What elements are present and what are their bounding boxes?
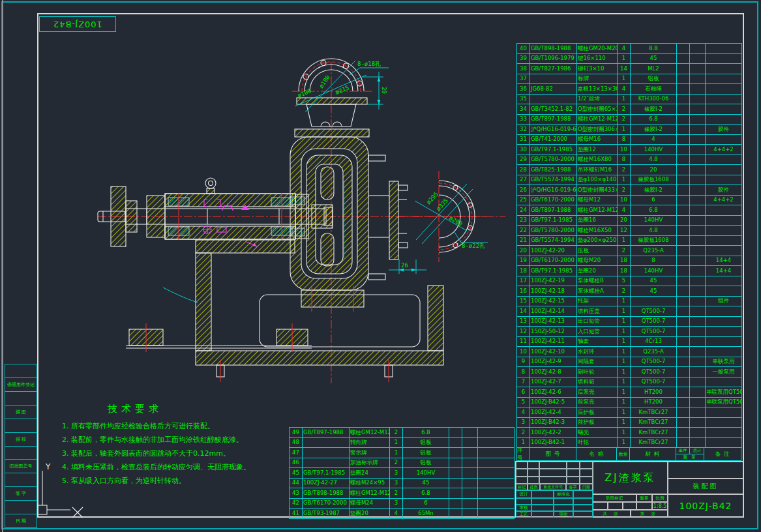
table-row: 23GB/T97.1-1985垫圈1620140HV xyxy=(517,215,742,226)
sheet-info: 共 张 第 张 xyxy=(593,510,668,518)
table-row: 4100ZJ-42-4后护板1KmTBCr27 xyxy=(517,407,742,418)
revision-header-cell: 更改文件号 xyxy=(540,484,566,490)
table-row: 13100ZJ-42-13出口短管1QT500-7 xyxy=(517,316,742,327)
role-process: 工艺 xyxy=(516,511,531,518)
role-approve: 审图 xyxy=(554,511,573,518)
table-row: 20100ZJ-42-20压板2Q235-A xyxy=(517,246,742,256)
role-check: 审核 xyxy=(516,505,531,511)
weight-label: 重量 xyxy=(636,494,652,502)
product-name: ZJ渣浆泵 xyxy=(593,462,668,494)
technical-requirement-item: 1. 所有零部件均应经检验合格后方可进行装配。 xyxy=(62,419,277,433)
header-weight-total: 总计 xyxy=(690,448,704,454)
table-row: 15100ZJ-42-15托架1组件 xyxy=(517,296,742,306)
table-row: 38GB/T827-1986铆钉3×1014ML2 xyxy=(517,64,742,74)
stage-values: 1:8.5 xyxy=(593,502,668,510)
signature-grid: 设计 标准化 审核 工艺 审图 xyxy=(516,490,593,518)
table-row: 17100ZJ-42-19泵体螺栓B545 xyxy=(517,276,742,286)
revision-header-cell: 处数 xyxy=(528,484,539,490)
header-no: 序号 xyxy=(517,448,530,460)
table-row: 2100ZJ-42-2蜗壳1KmTBCr27 xyxy=(517,428,742,438)
table-row: 49GB/T897-1988螺柱GM12-M12X13026.8 xyxy=(290,428,515,438)
table-row: 42GB/T6170-2000螺母M2436 xyxy=(290,498,515,509)
technical-requirement-item: 3. 装配后，轴套外圆表面的圆跳动不大于0.12mm。 xyxy=(62,447,277,460)
technical-requirement-item: 2. 装配前，零件与水接触的非加工面均涂铁红醇酸底漆。 xyxy=(62,433,277,447)
impeller-hub xyxy=(312,205,333,228)
header-weight-group: 单件 总计 重 量 xyxy=(676,448,705,460)
table-row: 1100ZJ-B42-1叶轮1KmTBCr27 xyxy=(517,437,742,448)
table-row: 33GB/T897-1988螺柱GM12-M12X9026.8 xyxy=(517,114,742,125)
table-row: 34GB/T3452.1-82O型密封圈65×3.552橡胶Ⅰ-2 xyxy=(517,104,742,115)
table-row: 27GB/T5574-1994垫φ100×φ140×31橡胶板1608 xyxy=(517,175,742,185)
revision-header-cell: 签字 xyxy=(566,484,579,490)
table-row: 16100ZJ-42-18泵体螺栓A245 xyxy=(517,286,742,297)
header-weight-label: 重 量 xyxy=(676,454,704,460)
sheet-number: 第 张 xyxy=(631,510,668,518)
dim-26: 26 xyxy=(401,262,408,269)
table-row: 28GB/T825-1988吊环螺钉M16220 xyxy=(517,165,742,175)
doc-type: 装配图 xyxy=(668,479,743,494)
table-row: 7100ZJ-42-7填料箱1QT500-7 xyxy=(517,377,742,387)
table-row: 41GB/T93-1987垫圈20465Mn xyxy=(290,509,515,519)
dim-bolt-note-discharge: 8-ø22孔 xyxy=(462,243,485,249)
scale-value: 1:8.5 xyxy=(652,502,668,510)
dim-d215: ø215 xyxy=(335,84,350,96)
pump-section-view: 26 xyxy=(98,129,443,382)
table-row: 36JG68-82盘根13×13×3084石棉绳 xyxy=(517,84,742,95)
revision-header: 标记处数更改文件号签字日期 xyxy=(516,484,593,490)
header-material: 材 料 xyxy=(630,448,676,460)
stage-mark-label: 阶段标记 xyxy=(593,494,636,502)
title-block-empty-cell xyxy=(668,462,743,479)
table-row: 40GB/T898-1988螺柱GM20-M20×8048.8 xyxy=(517,44,742,54)
header-weight-unit: 单件 xyxy=(676,448,691,454)
table-row: 30GB/T97.1-1985垫圈1210140HV4+4+2 xyxy=(517,145,742,155)
header-name: 名 称 xyxy=(576,448,617,460)
table-row: 37标牌1铝板 xyxy=(517,74,742,84)
table-row: 14100ZJ-42-14填料压盖1QT500-7 xyxy=(517,306,742,317)
suction-flange-view: 8-ø18孔 ø100 ø180 ø215 20 xyxy=(295,59,389,126)
table-row: 3100ZJ-B42-3前护板1KmTBCr27 xyxy=(517,417,742,428)
crosshair-cursor[interactable] xyxy=(72,507,83,518)
table-row: 11100ZJ-42-11轴套14Cr13 xyxy=(517,336,742,347)
revision-header-cell: 标记 xyxy=(516,484,528,490)
cad-model-space: 100ZJ-B42 借通用件登记描 图描 校旧底图总号签 字日 期 xyxy=(0,0,761,532)
technical-requirement-item: 4. 填料未压紧前，检查总装后的转动应匀调、无阻滞现象。 xyxy=(62,460,277,474)
table-row: 31GB/T41-2000螺母M1684 xyxy=(517,134,742,145)
table-row: 21GB/T5574-1994垫φ200×φ250×31橡胶板1608 xyxy=(517,235,742,246)
role-design: 设计 xyxy=(516,490,531,498)
dim-20: 20 xyxy=(381,87,387,94)
sheet-total: 共 张 xyxy=(593,510,631,518)
table-row: 25GB/T6170-2000螺母M121064+4+2 xyxy=(517,195,742,205)
table-row: 29GB/T5780-2000螺栓M16X8084.8 xyxy=(517,155,742,165)
table-row: 43GB/T898-1988螺柱GM12-M12×7026.8 xyxy=(290,488,515,499)
table-row: 24GB/T897-1988螺柱GM12-M12X5046.8 xyxy=(517,205,742,216)
revision-grid xyxy=(516,462,593,484)
scale-label: 比例 xyxy=(652,494,668,502)
table-row: 26沪Q/HG16-019-63O型密封圈433×62橡胶Ⅰ-2胶件 xyxy=(517,185,742,196)
ucs-y-label: Y xyxy=(45,462,51,471)
technical-requirements: 技术要求 1. 所有零部件均应经检验合格后方可进行装配。2. 装配前，零件与水接… xyxy=(62,403,277,488)
table-row: 12150ZJ-50-12入口短管1QT500-7 xyxy=(517,327,742,337)
drawing-number: 100ZJ-B42 xyxy=(668,494,743,518)
parts-table-main: 40GB/T898-1988螺柱GM20-M20×8048.839GB/T109… xyxy=(516,43,742,448)
title-block: 标记处数更改文件号签字日期 设计 标准化 审核 工艺 审图 ZJ渣浆泵 阶段标记… xyxy=(515,461,743,518)
dim-d335: ø335 xyxy=(435,198,449,213)
dim-bolt-note-top: 8-ø18孔 xyxy=(357,61,381,67)
table-row: 9100ZJ-42-9间隔套1QT500-7串联泵用 xyxy=(517,357,742,367)
header-qty: 数量 xyxy=(617,448,630,460)
parts-table-header: 序号 图 号 名 称 数量 材 料 单件 总计 重 量 备 注 xyxy=(516,447,741,461)
table-row: 18GB/T97.1-1985垫圈2018140HV14+4 xyxy=(517,266,742,276)
table-row: 351/2″丝堵1KTH300-06 xyxy=(517,94,742,104)
table-row: 32沪Q/HG16-019-63O型密封圈306×61橡胶Ⅰ-2胶件 xyxy=(517,125,742,135)
technical-requirements-title: 技术要求 xyxy=(108,403,277,415)
header-remark: 备 注 xyxy=(704,448,741,460)
table-row: 48转向牌1铝板 xyxy=(290,437,515,448)
table-row: 47警示牌1铝板 xyxy=(290,448,515,458)
table-row: 5100ZJ-B42-5前泵壳1HT200串联泵用QT500-7 xyxy=(517,397,742,407)
table-row: 39GB/T1096-1979键16×110145 xyxy=(517,53,742,64)
technical-requirement-item: 5. 泵从吸入口方向看，为逆时针转动。 xyxy=(62,474,277,488)
table-row: 8100ZJ-42-8副叶轮1QT500-7一般泵用 xyxy=(517,367,742,377)
table-row: 45GB/T97.1-1985垫圈243140HV xyxy=(290,468,515,479)
table-row: 10100ZJ-42-10水封环1Q235-A xyxy=(517,347,742,357)
table-row: 44100ZJ-42-27螺栓M24×95345 xyxy=(290,478,515,488)
role-standard: 标准化 xyxy=(554,490,573,498)
